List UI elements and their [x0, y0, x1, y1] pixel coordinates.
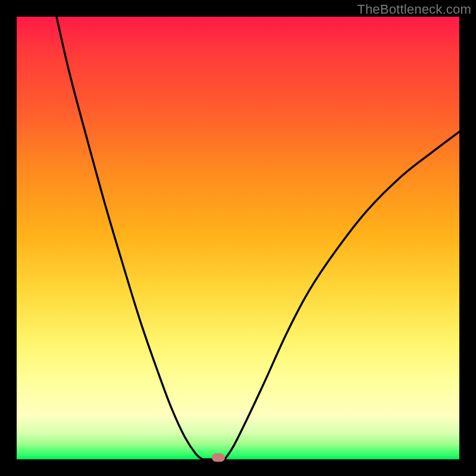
curve-layer: [17, 17, 459, 459]
watermark-text: TheBottleneck.com: [357, 2, 471, 17]
chart-frame: TheBottleneck.com: [0, 0, 476, 476]
plot-area: [17, 17, 459, 459]
minimum-marker: [212, 453, 225, 462]
bottleneck-curve: [57, 17, 459, 461]
